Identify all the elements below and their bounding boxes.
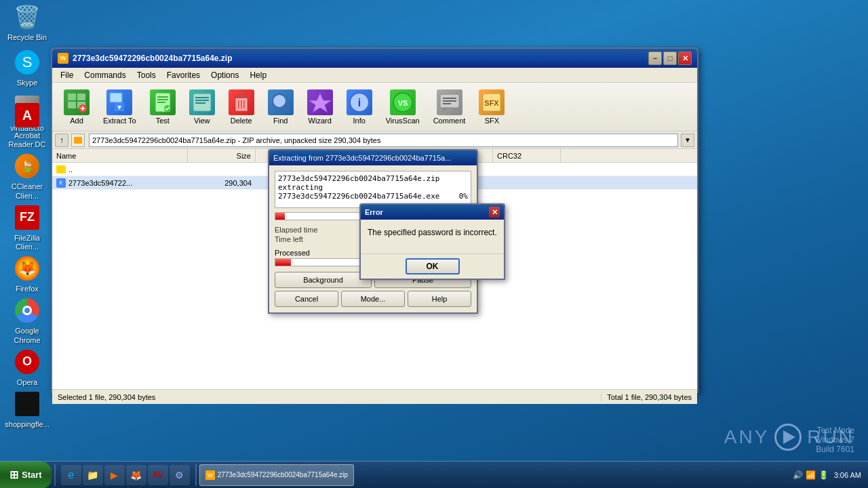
tray-battery-icon[interactable]: 🔋 — [818, 470, 829, 480]
extraction-textbox: 2773e3dc59472296cb0024ba7715a64e.zip ext… — [275, 171, 471, 208]
opera-icon: O — [15, 350, 39, 374]
error-content: The specified password is incorrect. — [361, 220, 504, 253]
start-button[interactable]: ⊞ Start — [0, 462, 52, 489]
svg-rect-1 — [77, 94, 85, 100]
svg-rect-21 — [239, 94, 244, 97]
menu-file[interactable]: File — [55, 69, 79, 81]
background-button[interactable]: Background — [275, 272, 372, 288]
back-button[interactable]: ↑ — [55, 134, 68, 147]
anyrun-text: ANY — [724, 426, 770, 448]
menu-commands[interactable]: Commands — [79, 69, 131, 81]
toolbar-info-label: Info — [353, 117, 366, 125]
taskbar-winrar-item[interactable]: W 2773e3dc59472296cb0024ba7715a64e.zip — [199, 464, 354, 486]
col-header-size[interactable]: Size — [188, 149, 256, 162]
toolbar-wizard[interactable]: Wizard — [301, 86, 339, 128]
svg-marker-27 — [309, 93, 332, 113]
minimize-button[interactable]: − — [648, 52, 662, 65]
toolbar-delete[interactable]: Delete — [222, 86, 260, 128]
desktop-icon-recycle[interactable]: 🗑️ Recycle Bin — [3, 3, 51, 42]
quicklaunch-misc[interactable]: ⚙ — [170, 465, 190, 485]
winrar-titlebar: W 2773e3dc59472296cb0024ba7715a64e.zip −… — [52, 49, 697, 68]
processed-fill — [275, 259, 291, 266]
extraction-titlebar: Extracting from 2773e3dc59472296cb0024ba… — [269, 150, 477, 165]
toolbar-delete-label: Delete — [231, 117, 252, 125]
start-label: Start — [22, 470, 42, 480]
quicklaunch-av[interactable]: AV — [148, 465, 168, 485]
sfx-icon: SFX — [479, 89, 505, 115]
elapsed-label: Elapsed time — [275, 226, 372, 234]
menu-options[interactable]: Options — [205, 69, 244, 81]
address-dropdown[interactable]: ▼ — [681, 134, 694, 147]
svg-rect-11 — [157, 96, 168, 98]
desktop-icon-firefox[interactable]: 🦊 Firefox — [3, 255, 51, 293]
anyrun-mode-block: Test Mode Windows 7 Build 7601 — [814, 426, 854, 454]
toolbar-find[interactable]: Find — [262, 86, 300, 128]
close-button[interactable]: ✕ — [678, 52, 692, 65]
clock[interactable]: 3:06 AM — [834, 471, 861, 479]
mode-button[interactable]: Mode... — [341, 291, 405, 307]
ccleaner-icon: 🍃 — [15, 154, 39, 178]
test-icon — [150, 89, 176, 115]
toolbar-test[interactable]: Test — [144, 86, 182, 128]
svg-text:VS: VS — [397, 99, 408, 107]
view-icon — [189, 89, 215, 115]
address-input[interactable]: 2773e3dc59472296cb0024ba7715a64e.zip - Z… — [89, 134, 678, 147]
tray-network-icon[interactable]: 📶 — [806, 470, 816, 480]
taskbar-winrar-icon: W — [205, 470, 215, 480]
quicklaunch-wmp[interactable]: ▶ — [104, 465, 125, 485]
quicklaunch-ie[interactable]: e — [61, 465, 81, 485]
time-left-label: Time left — [275, 235, 372, 243]
col-header-crc32[interactable]: CRC32 — [493, 149, 561, 162]
cancel-button[interactable]: Cancel — [275, 291, 338, 307]
extraction-line3-row: 2773e3dc59472296cb0024ba7715a64e.exe 0% — [278, 192, 468, 201]
chrome-icon — [15, 298, 39, 323]
toolbar-extract[interactable]: Extract To — [97, 86, 142, 128]
tray-volume-icon[interactable]: 🔊 — [793, 470, 803, 480]
folder-icon — [56, 165, 66, 174]
toolbar-view[interactable]: View — [183, 86, 221, 128]
desktop-icon-label-filezilla: FileZilla Clien... — [3, 234, 51, 251]
desktop-icon-opera[interactable]: O Opera — [3, 348, 51, 387]
toolbar-virusscan[interactable]: VS VirusScan — [380, 86, 426, 128]
desktop-icon-chrome[interactable]: Google Chrome — [3, 297, 51, 344]
info-icon: i — [347, 89, 372, 115]
desktop-icon-filezilla[interactable]: FZ FileZilla Clien... — [3, 204, 51, 251]
help-button[interactable]: Help — [408, 291, 471, 307]
svg-rect-16 — [195, 97, 209, 98]
toolbar-comment[interactable]: Comment — [427, 86, 472, 128]
mode-label: Test Mode — [814, 426, 854, 435]
toolbar-sfx[interactable]: SFX SFX — [473, 86, 511, 128]
desktop: 🗑️ Recycle Bin S Skype virtualscto A Acr… — [0, 0, 868, 488]
toolbar-wizard-label: Wizard — [309, 117, 332, 125]
desktop-icon-ccleaner[interactable]: 🍃 CCleaner Clien... — [3, 152, 51, 200]
toolbar-view-label: View — [194, 117, 210, 125]
toolbar-add[interactable]: Add — [58, 86, 96, 128]
menu-help[interactable]: Help — [244, 69, 272, 81]
restore-button[interactable]: □ — [663, 52, 677, 65]
menu-favorites[interactable]: Favorites — [161, 69, 205, 81]
wizard-icon — [307, 89, 333, 115]
menu-tools[interactable]: Tools — [132, 69, 161, 81]
quicklaunch-explorer[interactable]: 📁 — [83, 465, 103, 485]
extraction-title: Extracting from 2773e3dc59472296cb0024ba… — [273, 154, 451, 162]
toolbar-add-label: Add — [70, 117, 83, 125]
extraction-progress-fill — [275, 213, 285, 220]
desktop-icon-acrobat[interactable]: A AcrobatReader DC — [3, 102, 51, 149]
toolbar-info[interactable]: i Info — [340, 86, 378, 128]
address-icon — [71, 134, 85, 147]
desktop-icon-skype[interactable]: S Skype — [3, 49, 51, 87]
build-label: Build 7601 — [814, 445, 854, 454]
taskbar-separator2 — [195, 464, 197, 486]
error-dialog: Error ✕ The specified password is incorr… — [359, 203, 505, 280]
svg-rect-17 — [195, 100, 209, 101]
error-close-button[interactable]: ✕ — [489, 207, 500, 218]
comment-icon — [437, 89, 462, 115]
status-right: Total 1 file, 290,304 bytes — [601, 393, 697, 401]
error-ok-button[interactable]: OK — [406, 258, 460, 274]
toolbar-virusscan-label: VirusScan — [386, 117, 420, 125]
taskbar-winrar-label: 2773e3dc59472296cb0024ba7715a64e.zip — [218, 471, 348, 479]
error-title: Error — [365, 208, 383, 216]
quicklaunch-firefox[interactable]: 🦊 — [126, 465, 146, 485]
desktop-icon-shopping[interactable]: shoppingfle... — [3, 390, 51, 429]
col-header-name[interactable]: Name — [52, 149, 188, 162]
